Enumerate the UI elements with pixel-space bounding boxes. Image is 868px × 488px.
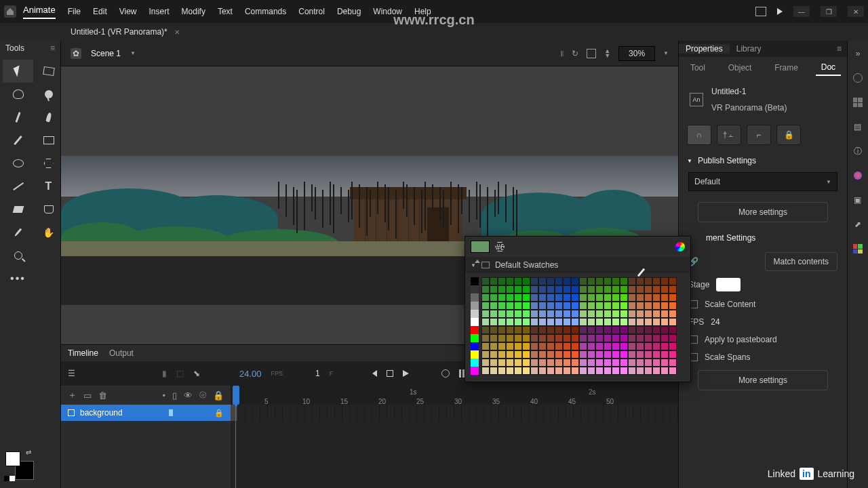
layer-stack-icon[interactable]: ☰ <box>68 369 75 378</box>
menu-file[interactable]: File <box>68 7 81 16</box>
profile-select[interactable]: Default▼ <box>688 172 837 191</box>
basic-colors-column[interactable] <box>471 277 479 375</box>
fps-value[interactable]: 24 <box>711 317 719 327</box>
layer-row-background[interactable]: background 🔒 <box>61 405 231 421</box>
scene-dropdown-icon[interactable]: ▼ <box>130 50 136 56</box>
layer-depth-icon[interactable]: ⬚ <box>176 369 184 378</box>
snapping-icon[interactable]: ⫴ <box>560 49 564 58</box>
swap-colors-icon[interactable]: ⇄ <box>26 449 31 456</box>
new-folder-icon[interactable]: ▭ <box>83 390 92 401</box>
maximize-button[interactable]: ❐ <box>821 6 837 17</box>
timeline-ruler[interactable]: 1s 2s 5 10 15 20 25 30 35 40 45 50 <box>231 386 678 405</box>
stop-icon[interactable] <box>387 370 393 377</box>
rectangle-tool[interactable] <box>33 129 64 152</box>
eyedropper-icon[interactable] <box>636 268 648 280</box>
mode-object[interactable]: Object <box>723 60 757 75</box>
zoom-value[interactable]: 30% <box>618 46 655 61</box>
no-color-icon[interactable] <box>475 260 480 263</box>
paint-brush-tool[interactable] <box>33 106 64 129</box>
minimize-button[interactable]: — <box>793 6 810 17</box>
layer-visibility-icon[interactable]: 👁 <box>184 390 193 401</box>
menu-control[interactable]: Control <box>298 7 325 16</box>
playhead[interactable] <box>233 386 239 405</box>
color-icon[interactable] <box>852 169 864 182</box>
zoom-stepper-icon[interactable]: ▲▼ <box>604 49 610 58</box>
publish-settings-header[interactable]: ▼Publish Settings <box>679 149 847 172</box>
mode-doc[interactable]: Doc <box>816 60 841 76</box>
reveal-icon[interactable]: » <box>852 47 864 60</box>
ruler-button[interactable]: ⌐ <box>747 125 771 145</box>
panel-menu-icon[interactable]: ≡ <box>50 43 55 53</box>
pencil-tool[interactable] <box>3 129 33 152</box>
paint-bucket-tool[interactable] <box>33 198 64 221</box>
edit-toolbar[interactable]: ••• <box>3 267 33 290</box>
onion-skin-icon[interactable] <box>441 369 450 378</box>
document-tab[interactable]: Untitled-1 (VR Panorama)* <box>66 27 172 37</box>
graph-icon[interactable]: ⬊ <box>193 369 200 378</box>
more-settings-button[interactable]: More settings <box>698 202 828 222</box>
tab-output[interactable]: Output <box>109 348 134 358</box>
library-panel-icon[interactable]: ▤ <box>852 121 864 133</box>
swatch-grid[interactable] <box>481 277 677 375</box>
menu-text[interactable]: Text <box>218 7 233 16</box>
menu-help[interactable]: Help <box>414 7 431 16</box>
mode-frame[interactable]: Frame <box>769 60 804 75</box>
layer-visibility2-icon[interactable]: ⦾ <box>199 390 206 401</box>
pin-tool[interactable] <box>33 83 64 106</box>
menu-commands[interactable]: Commands <box>245 7 286 16</box>
tab-timeline[interactable]: Timeline <box>68 348 98 358</box>
eyedropper-tool[interactable] <box>3 221 33 244</box>
color-wheel-icon[interactable] <box>675 242 685 251</box>
hand-tool[interactable]: ✋ <box>33 221 64 244</box>
edit-scene-icon[interactable]: ✿ <box>71 48 81 59</box>
brush-tool[interactable] <box>3 106 33 129</box>
workspace-icon[interactable] <box>755 7 766 16</box>
text-tool[interactable]: T <box>33 175 64 198</box>
zoom-tool[interactable] <box>3 244 33 267</box>
stroke-fill-swatch[interactable]: ⇄ <box>5 451 35 481</box>
align-button[interactable]: †⫠ <box>717 125 741 145</box>
free-transform-tool[interactable] <box>33 60 64 83</box>
tab-library[interactable]: Library <box>730 44 768 54</box>
match-contents-button[interactable]: Match contents <box>765 252 837 271</box>
zoom-dropdown-icon[interactable]: ▼ <box>663 50 669 56</box>
delete-layer-icon[interactable]: 🗑 <box>98 390 107 401</box>
more-settings-button-2[interactable]: More settings <box>698 370 828 390</box>
lasso-tool[interactable] <box>3 83 33 106</box>
transform-panel-icon[interactable]: ▣ <box>852 194 864 206</box>
new-layer-icon[interactable]: ＋ <box>68 389 77 401</box>
close-tab-icon[interactable]: ✕ <box>174 28 180 36</box>
line-tool[interactable] <box>3 175 33 198</box>
assets-icon[interactable] <box>852 72 864 84</box>
swatches-panel-icon[interactable] <box>852 243 864 255</box>
step-forward-icon[interactable] <box>403 370 409 377</box>
stroke-color-swatch[interactable] <box>5 451 20 466</box>
scene-name[interactable]: Scene 1 <box>91 49 121 58</box>
snap-button[interactable]: ∩ <box>687 125 711 145</box>
lock-button[interactable]: 🔒 <box>776 125 801 145</box>
oval-tool[interactable] <box>3 152 33 175</box>
test-movie-icon[interactable] <box>777 8 783 15</box>
polystar-tool[interactable] <box>33 152 64 175</box>
clip-icon[interactable] <box>587 49 596 58</box>
menu-view[interactable]: View <box>119 7 137 16</box>
layer-outline-icon[interactable]: ▯ <box>172 390 177 401</box>
document-settings-header[interactable]: ment Settings <box>679 226 847 249</box>
menu-insert[interactable]: Insert <box>149 7 170 16</box>
frame-track[interactable] <box>231 405 678 421</box>
layer-highlight-icon[interactable]: • <box>162 390 165 401</box>
info-icon[interactable]: ⓘ <box>852 145 864 157</box>
close-button[interactable]: ✕ <box>848 6 864 17</box>
eraser-tool[interactable] <box>3 198 33 221</box>
mode-tool[interactable]: Tool <box>685 60 711 75</box>
hex-value[interactable]: #669966 <box>495 242 505 251</box>
tab-properties[interactable]: Properties <box>679 44 730 54</box>
layer-locked-icon[interactable]: 🔒 <box>214 409 224 418</box>
selection-tool[interactable] <box>3 60 33 83</box>
panel-menu-icon[interactable]: ≡ <box>830 44 847 54</box>
history-icon[interactable]: ⬈ <box>852 218 864 230</box>
camera-icon[interactable]: ▮ <box>162 369 167 378</box>
layer-lock-icon[interactable]: 🔒 <box>213 390 224 401</box>
rotate-icon[interactable]: ↻ <box>572 49 578 58</box>
align-panel-icon[interactable] <box>852 96 864 108</box>
